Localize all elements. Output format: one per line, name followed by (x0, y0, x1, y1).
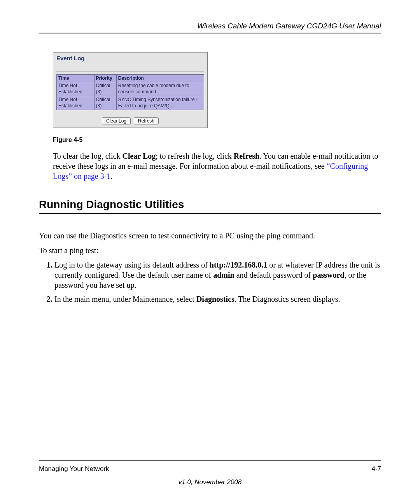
bold-clear-log: Clear Log (122, 152, 156, 160)
cell-time: Time Not Established (57, 96, 94, 110)
event-log-screenshot: Event Log Time Priority Description Time… (53, 52, 208, 128)
col-description: Description (116, 75, 204, 82)
page-footer: Managing Your Network 4-7 v1.0, November… (39, 460, 381, 486)
step-2: In the main menu, under Maintenance, sel… (54, 294, 381, 304)
text: . The Diagnostics screen displays. (234, 295, 340, 303)
cell-priority: Critical (3) (94, 82, 116, 96)
footer-version: v1.0, November 2008 (39, 478, 381, 486)
page-header: Wireless Cable Modem Gateway CGD24G User… (39, 22, 381, 33)
steps-list: Log in to the gateway using its default … (39, 260, 381, 304)
table-row: Time Not Established Critical (3) Resett… (57, 82, 204, 96)
text: To clear the log, click (53, 152, 122, 160)
footer-section: Managing Your Network (39, 465, 109, 473)
step-1: Log in to the gateway using its default … (54, 260, 381, 290)
bold-admin: admin (213, 271, 234, 279)
refresh-button[interactable]: Refresh (134, 117, 159, 124)
text: Log in to the gateway using its default … (54, 261, 210, 269)
footer-page-number: 4-7 (371, 465, 381, 473)
text: and default password of (234, 271, 313, 279)
event-log-table: Time Priority Description Time Not Estab… (56, 74, 204, 110)
cell-priority: Critical (3) (94, 96, 116, 110)
text: . (110, 172, 112, 180)
cell-description: SYNC Timing Synchronization failure - Fa… (116, 96, 204, 110)
text: ; to refresh the log, click (156, 152, 234, 160)
cell-description: Resetting the cable modem due to console… (116, 82, 204, 96)
event-log-buttons: Clear Log Refresh (56, 117, 204, 124)
event-log-title: Event Log (56, 55, 204, 72)
paragraph-clear-log: To clear the log, click Clear Log; to re… (53, 151, 381, 181)
intro-paragraph: You can use the Diagnostics screen to te… (39, 230, 381, 241)
bold-diagnostics: Diagnostics (196, 295, 234, 303)
header-title: Wireless Cable Modem Gateway CGD24G User… (197, 22, 381, 30)
bold-url: http://192.168.0.1 (210, 261, 267, 269)
col-time: Time (57, 75, 94, 82)
bold-password: password (313, 271, 344, 279)
clear-log-button[interactable]: Clear Log (102, 117, 131, 124)
text: In the main menu, under Maintenance, sel… (54, 295, 196, 303)
section-heading: Running Diagnostic Utilities (39, 198, 381, 214)
figure-caption: Figure 4-5 (53, 136, 381, 144)
figure-event-log: Event Log Time Priority Description Time… (53, 52, 381, 181)
cell-time: Time Not Established (57, 82, 94, 96)
col-priority: Priority (94, 75, 116, 82)
bold-refresh: Refresh (234, 152, 259, 160)
intro-start-ping: To start a ping test: (39, 245, 381, 256)
table-row: Time Not Established Critical (3) SYNC T… (57, 96, 204, 110)
